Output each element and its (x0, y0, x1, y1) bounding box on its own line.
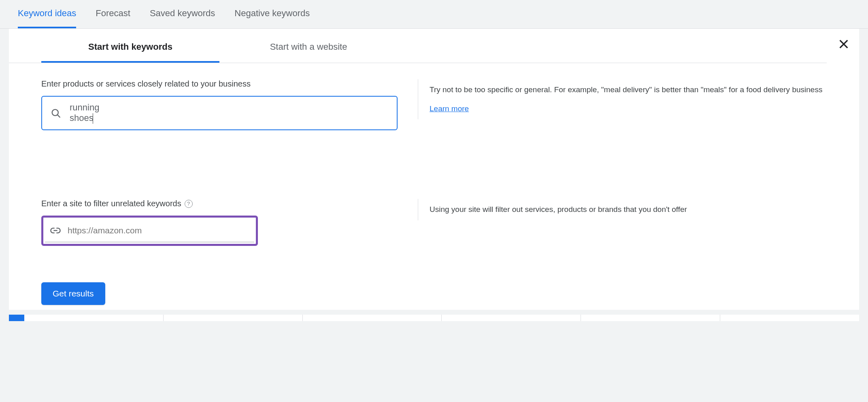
search-icon (50, 108, 62, 119)
site-tip: Using your site will filter out services… (418, 199, 687, 220)
tab-start-with-website[interactable]: Start with a website (219, 29, 398, 63)
keywords-row: Enter products or services closely relat… (9, 63, 859, 130)
tab-forecast[interactable]: Forecast (96, 8, 130, 28)
top-nav: Keyword ideas Forecast Saved keywords Ne… (0, 0, 868, 29)
link-icon (50, 225, 61, 236)
learn-more-link[interactable]: Learn more (430, 103, 469, 115)
svg-line-1 (57, 115, 60, 117)
site-url-input[interactable] (68, 226, 249, 235)
keywords-tip: Try not to be too specific or general. F… (418, 79, 822, 119)
help-icon[interactable]: ? (185, 200, 193, 208)
tab-keyword-ideas[interactable]: Keyword ideas (18, 8, 76, 28)
text-cursor (93, 113, 93, 124)
site-row: Enter a site to filter unrelated keyword… (9, 183, 859, 305)
main-panel: Start with keywords Start with a website… (9, 29, 859, 310)
svg-point-0 (52, 109, 58, 115)
site-tip-text: Using your site will filter out services… (430, 205, 687, 214)
close-icon (837, 38, 850, 51)
close-button[interactable] (837, 38, 850, 52)
keywords-label: Enter products or services closely relat… (41, 79, 398, 89)
keywords-tip-text: Try not to be too specific or general. F… (430, 85, 822, 94)
inner-tabs: Start with keywords Start with a website (9, 29, 827, 63)
get-results-button[interactable]: Get results (41, 282, 105, 305)
site-input-container[interactable] (45, 219, 254, 242)
site-input-highlight (41, 216, 258, 246)
tab-start-with-keywords[interactable]: Start with keywords (41, 29, 219, 63)
keywords-input-value[interactable]: running shoes (70, 102, 125, 124)
site-label-text: Enter a site to filter unrelated keyword… (41, 199, 181, 208)
site-label: Enter a site to filter unrelated keyword… (41, 199, 398, 208)
bottom-strip (9, 315, 859, 321)
tab-saved-keywords[interactable]: Saved keywords (150, 8, 215, 28)
keywords-input-container[interactable]: running shoes (41, 96, 398, 130)
tab-negative-keywords[interactable]: Negative keywords (234, 8, 310, 28)
